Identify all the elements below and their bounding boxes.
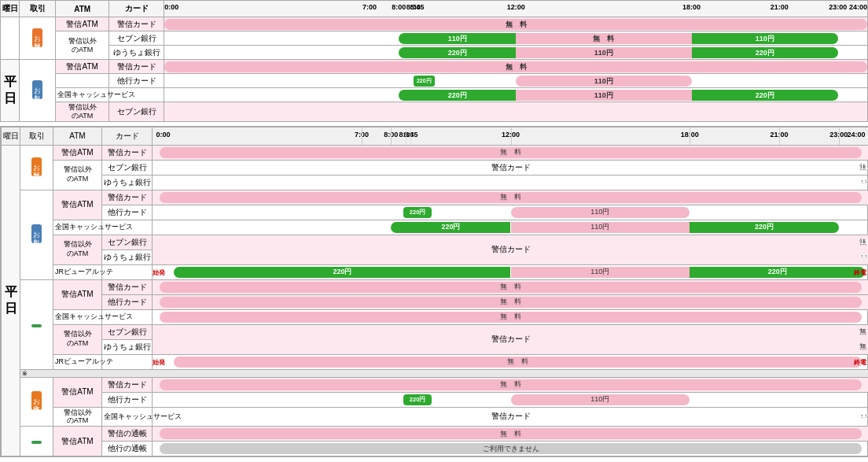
bar-w1-free: 無 料 bbox=[164, 61, 867, 72]
bar-r4: 無 料 bbox=[160, 192, 862, 203]
time-24: 24:00 bbox=[849, 3, 867, 11]
col-timeline-header: 0:00 7:00 8:00 8:30 8:45 12:00 18:00 21:… bbox=[153, 127, 869, 145]
col-weekday: 曜日 bbox=[2, 127, 20, 145]
bar-r17-220s: 220円 bbox=[403, 394, 432, 405]
col-transaction: 取引 bbox=[20, 127, 53, 145]
weekday-main: 平日 bbox=[2, 145, 20, 456]
bar-w3-220: 220円 bbox=[399, 90, 516, 101]
header-timeline: 0:00 7:00 8:00 8:30 8:45 12:00 18:00 21:… bbox=[164, 1, 868, 17]
card-yucho-dep: ゆうちょ銀行 bbox=[102, 175, 153, 190]
tl-r1: 無 料 bbox=[153, 145, 869, 160]
t0: 0:00 bbox=[156, 131, 171, 139]
atm-keisin-w1: 警信ATM bbox=[56, 60, 109, 74]
card-yucho-deposit: ゆうちょ銀行 bbox=[109, 46, 164, 60]
t24: 24:00 bbox=[847, 131, 865, 139]
card-keisin-w1: 警信カード bbox=[102, 190, 153, 205]
card-seven-w: セブン銀行 bbox=[109, 102, 164, 122]
weekday-deposit-label bbox=[1, 17, 20, 60]
deposit-badge: お預入れ bbox=[20, 145, 53, 190]
bar-seven-pink: 無 料 bbox=[516, 33, 691, 44]
atm-r1: 警信ATM bbox=[53, 145, 102, 160]
timeline-w1: 無 料 bbox=[164, 60, 868, 74]
bar-r5-220s: 220円 bbox=[403, 207, 432, 218]
bar-r16: 無 料 bbox=[160, 379, 862, 390]
atm-other-w: 警信以外のATM bbox=[56, 102, 109, 122]
bar-r20: ご利用できません bbox=[160, 443, 862, 454]
card-seven-b: セブン銀行 bbox=[102, 324, 153, 339]
bar-yucho-green2: 220円 bbox=[692, 47, 838, 58]
atm-zenkoku-w: 全国キャッシュサービス bbox=[53, 220, 102, 235]
tl-r17: 220円 110円 bbox=[153, 392, 869, 407]
bar-r12: 無 料 bbox=[160, 312, 862, 323]
card-r1: 警信カード bbox=[102, 145, 153, 160]
timeline-deposit-3: 220円 110円 220円 bbox=[164, 46, 868, 60]
bar-seven-green1: 110円 bbox=[399, 33, 516, 44]
tl-r6: 220円 110円 220円 bbox=[153, 220, 869, 235]
card-passbook2: 他行の通帳 bbox=[102, 442, 153, 456]
tl-r15: 始発 無 料 終電 bbox=[153, 354, 869, 369]
timeline-deposit-1: 無 料 bbox=[164, 17, 868, 31]
bar-r9-g2: 220円 bbox=[690, 267, 865, 278]
card-keisin-w4 bbox=[164, 102, 868, 122]
time-7: 7:00 bbox=[362, 3, 377, 11]
marker-end: 終電 bbox=[854, 268, 866, 276]
bar-yucho-green1: 220円 bbox=[399, 47, 516, 58]
balance-badge: 残高照会 bbox=[20, 279, 53, 369]
time-8: 8:00 bbox=[392, 3, 406, 11]
header-card: カード bbox=[109, 1, 164, 17]
bar-deposit-1-free: 無 料 bbox=[164, 19, 867, 30]
bar-r15: 無 料 bbox=[174, 357, 862, 368]
tl-r16: 無 料 bbox=[153, 377, 869, 392]
card-seven-dep: セブン銀行 bbox=[102, 160, 153, 175]
bar-r9-p: 110円 bbox=[511, 267, 690, 278]
atm-jr-w: JRビューアルッテ bbox=[53, 264, 102, 279]
header-transaction: 取引 bbox=[20, 1, 56, 17]
header-weekday: 曜日 bbox=[1, 1, 20, 17]
card-zenkoku-t: 全国キャッシュサービス bbox=[102, 407, 153, 427]
bar-r5-p: 110円 bbox=[511, 207, 690, 218]
atm-keisin-b: 警信ATM bbox=[53, 279, 102, 309]
col-atm: ATM bbox=[53, 127, 102, 145]
bar-r19: 無 料 bbox=[160, 428, 862, 439]
atm-keisin-w: 警信ATM bbox=[53, 190, 102, 220]
card-other-t: 他行カード bbox=[102, 392, 153, 407]
card-keisin1: 警信カード bbox=[109, 17, 164, 31]
passbook-badge: 通帳記入 bbox=[20, 427, 53, 456]
bar-r11: 無 料 bbox=[160, 297, 862, 308]
timeline-deposit-2: 110円 無 料 110円 bbox=[164, 31, 868, 46]
withdrawal-badge: お引出し bbox=[20, 190, 53, 279]
card-other-b: 他行カード bbox=[102, 294, 153, 309]
bar-w3-220b: 220円 bbox=[692, 90, 838, 101]
atm-zenkoku-b: 全国キャッシュサービス bbox=[53, 309, 102, 324]
tl-r5: 220円 110円 bbox=[153, 205, 869, 220]
card-other-w: 他行カード bbox=[102, 205, 153, 220]
atm-other-dep: 警信以外のATM bbox=[53, 160, 102, 190]
bar-r1: 無 料 bbox=[160, 147, 862, 158]
tl-r20: ご利用できません bbox=[153, 442, 869, 456]
deposit-badge: お預入れ bbox=[32, 28, 42, 47]
bar-w3-pink: 110円 bbox=[516, 90, 691, 101]
bar-yucho-pink: 110円 bbox=[516, 47, 691, 58]
card-keisin-w-span: 警信カード bbox=[153, 235, 869, 264]
tl-r10: 無 料 bbox=[153, 279, 869, 294]
tl-r4: 無 料 bbox=[153, 190, 869, 205]
atm-keisin-w2 bbox=[56, 74, 109, 88]
time-18: 18:00 bbox=[682, 3, 701, 11]
atm-keisin-t: 警信ATM bbox=[53, 377, 102, 407]
bar-w2-220small: 220円 bbox=[414, 76, 435, 87]
bar-r6-g1: 220円 bbox=[391, 222, 510, 233]
bar-w2-pink: 110円 bbox=[516, 76, 691, 87]
card-seven-deposit: セブン銀行 bbox=[109, 31, 164, 46]
card-keisin-dep2: 警信カード bbox=[153, 160, 869, 175]
bar-r6-g2: 220円 bbox=[690, 222, 838, 233]
atm-other-t: 警信以外のATM bbox=[53, 407, 102, 427]
card-keisin-t2: 警信カード bbox=[153, 407, 869, 427]
deposit-badge-cell: お預入れ bbox=[20, 17, 56, 60]
card-passbook1: 警信の通帳 bbox=[102, 427, 153, 442]
atm-keisin: 警信ATM bbox=[56, 17, 109, 31]
time-21: 21:00 bbox=[771, 3, 789, 11]
card-keisin-b1: 警信カード bbox=[102, 279, 153, 294]
col-card: カード bbox=[102, 127, 153, 145]
timeline-w2: 220円 110円 bbox=[164, 74, 868, 88]
card-yucho-w: ゆうちょ銀行 bbox=[102, 249, 153, 264]
